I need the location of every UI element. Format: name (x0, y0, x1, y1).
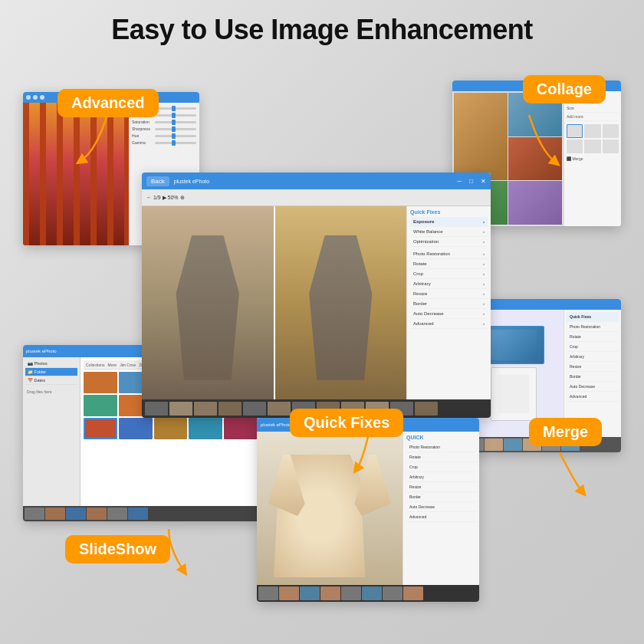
panel-item-rotate[interactable]: Rotate › (410, 259, 488, 269)
panel-item-arbitrary[interactable]: Arbitrary › (410, 279, 488, 289)
slider[interactable] (155, 128, 196, 130)
photo-thumb[interactable] (189, 418, 222, 439)
toolbar: ← 1/9 ▶ 50% ⊕ (142, 189, 491, 206)
panel-item-restoration[interactable]: Photo Restoration › (410, 249, 488, 259)
photo-thumb[interactable] (84, 372, 117, 393)
film-thumb (300, 586, 320, 600)
film-thumb (25, 508, 44, 520)
minimize-icon[interactable]: ─ (457, 178, 462, 185)
window-ctrl-2 (33, 95, 38, 100)
chevron-icon: › (483, 251, 485, 256)
photo-thumb[interactable] (119, 418, 153, 439)
panel-item-crop[interactable]: Crop (567, 342, 619, 352)
filmstrip (23, 506, 261, 521)
slider[interactable] (155, 107, 196, 110)
layout-option[interactable] (567, 124, 583, 138)
panel-item-resize[interactable]: Resize › (410, 289, 488, 299)
slider[interactable] (155, 121, 196, 123)
panel-item-advanced[interactable]: Advanced (406, 512, 476, 522)
panel-row: Add more (567, 113, 619, 121)
merge-arrow (506, 445, 598, 506)
merge-top-image (483, 326, 544, 364)
panel-item-opt[interactable]: Optimization › (410, 237, 488, 247)
panel-item-border[interactable]: Border (567, 372, 619, 382)
film-thumb (128, 508, 148, 520)
film-thumb (320, 586, 340, 600)
film-thumb (243, 402, 266, 416)
photo-thumb[interactable] (154, 418, 188, 439)
window-ctrl-3 (40, 95, 44, 100)
slider[interactable] (155, 135, 196, 137)
app-name: plustek ePhoto (174, 179, 453, 184)
title-bar: Back plustek ePhoto ─ □ ✕ (142, 172, 491, 189)
layout-option[interactable] (567, 140, 583, 153)
photo-thumb[interactable] (224, 418, 258, 439)
sidebar-item-photos[interactable]: 📷 Photos (25, 360, 77, 368)
panel-item-wb[interactable]: White Balance › (410, 227, 488, 237)
film-thumb (45, 508, 65, 520)
collage-arrow (475, 107, 567, 169)
slideshow-arrow (130, 521, 207, 583)
chevron-icon: › (483, 311, 485, 316)
close-icon[interactable]: ✕ (481, 178, 486, 185)
photo-thumb[interactable] (84, 395, 117, 416)
film-thumb (258, 586, 278, 600)
layout-grid (567, 124, 619, 153)
panel-item-arbitrary[interactable]: Arbitrary (567, 352, 619, 362)
page-title: Easy to Use Image Enhancement (0, 0, 644, 54)
chevron-icon: › (483, 301, 485, 306)
sidebar-item-dates[interactable]: 📅 Dates (25, 376, 77, 385)
panel-item-border[interactable]: Border (406, 492, 476, 502)
after-photo (274, 206, 407, 399)
panel-item-exposure[interactable]: Exposure › (410, 217, 488, 227)
film-thumb (403, 586, 423, 600)
maximize-icon[interactable]: □ (469, 178, 473, 185)
panel-item-autodecrease[interactable]: Auto Decrease › (410, 309, 488, 319)
chevron-icon: › (483, 271, 485, 276)
back-button[interactable]: Back (146, 176, 169, 186)
chevron-icon: › (483, 261, 485, 266)
film-thumb (194, 402, 217, 416)
app-label: plustek ePhoto (261, 422, 291, 427)
side-panel: Quick Fixes Exposure › White Balance › O… (406, 206, 491, 399)
panel-title: Quick Fixes (410, 209, 488, 215)
slider[interactable] (155, 114, 196, 117)
panel-item-advanced[interactable]: Advanced › (410, 319, 488, 329)
collage-panel: Collage Photo Restoration Size Add more … (564, 91, 621, 226)
layout-option[interactable] (584, 124, 600, 138)
panel-item-autodecrease[interactable]: Auto Decrease (567, 382, 619, 392)
panel-item-resize[interactable]: Resize (406, 482, 476, 492)
panel-item-resize[interactable]: Resize (567, 362, 619, 372)
panel-item-border[interactable]: Border › (410, 299, 488, 309)
card-body: Quick Fixes Exposure › White Balance › O… (142, 206, 491, 399)
film-thumb (341, 586, 361, 600)
film-thumb (145, 402, 168, 416)
chevron-icon: › (483, 219, 485, 224)
slideshow-sidebar: 📷 Photos 📁 Folder 📅 Dates Drag files her… (23, 357, 80, 506)
panel-item-crop[interactable]: Crop › (410, 269, 488, 279)
chevron-icon: › (483, 239, 485, 244)
chevron-icon: › (483, 281, 485, 286)
chevron-icon: › (483, 291, 485, 296)
label-collage: Collage (523, 75, 606, 104)
panel-item-quickfixes[interactable]: Quick Fixes (567, 312, 619, 322)
panel-row: Size (567, 104, 619, 113)
layout-option[interactable] (603, 124, 619, 138)
layout-option[interactable] (584, 140, 600, 153)
layout-option[interactable] (603, 140, 619, 153)
panel-item-advanced[interactable]: Advanced (567, 392, 619, 402)
slider[interactable] (155, 142, 196, 144)
chevron-icon: › (483, 321, 485, 326)
label-merge: Merge (529, 418, 602, 446)
panel-item-autodecrease[interactable]: Auto Decrease (406, 502, 476, 512)
photo-thumb[interactable] (84, 418, 117, 439)
film-thumb (219, 402, 242, 416)
film-thumb (169, 402, 192, 416)
drag-area: Drag files here (25, 388, 77, 396)
panel-item-rotate[interactable]: Rotate (567, 332, 619, 342)
main-screenshot: Back plustek ePhoto ─ □ ✕ ← 1/9 ▶ 50% ⊕ … (142, 172, 491, 418)
panel-item-restoration[interactable]: Photo Restoration (567, 322, 619, 332)
merge-button[interactable]: ⬛ Merge (567, 156, 619, 161)
quickfixes-arrow (330, 429, 422, 475)
sidebar-item-folder[interactable]: 📁 Folder (25, 368, 77, 376)
